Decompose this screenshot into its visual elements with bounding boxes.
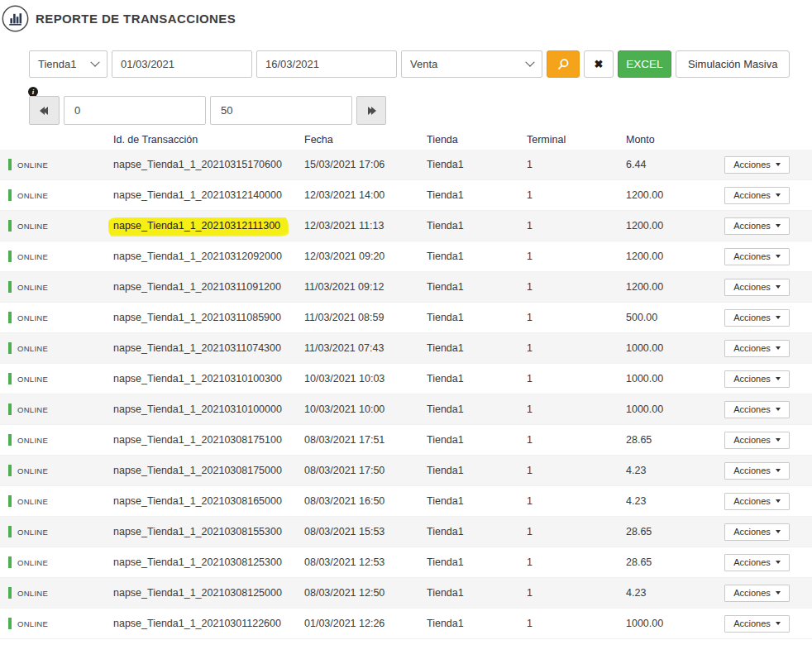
status-cell: ONLINE xyxy=(0,618,113,629)
status-bar-icon xyxy=(8,465,12,476)
status-cell: ONLINE xyxy=(0,159,113,170)
actions-button[interactable]: Acciones xyxy=(724,156,790,174)
excel-button[interactable]: EXCEL xyxy=(618,50,671,78)
limit-input[interactable] xyxy=(210,96,352,125)
status-cell: ONLINE xyxy=(0,220,113,232)
cell-tienda: Tienda1 xyxy=(427,220,527,232)
status-label: ONLINE xyxy=(17,160,48,170)
caret-down-icon xyxy=(776,346,781,350)
table-row: ONLINE napse_Tienda1_1_20210310100000 10… xyxy=(0,394,812,425)
actions-button[interactable]: Acciones xyxy=(724,615,790,633)
status-cell: ONLINE xyxy=(0,556,113,568)
status-bar-icon xyxy=(8,251,12,262)
actions-cell: Acciones xyxy=(724,585,812,602)
actions-cell: Acciones xyxy=(724,340,812,357)
status-cell: ONLINE xyxy=(0,587,113,599)
cell-tienda: Tienda1 xyxy=(427,404,527,415)
transaction-id-cell: napse_Tienda1_1_20210310100000 xyxy=(113,404,304,415)
prev-page-button[interactable] xyxy=(29,96,60,125)
actions-cell: Acciones xyxy=(724,309,812,327)
actions-button[interactable]: Acciones xyxy=(724,523,790,541)
cell-terminal: 1 xyxy=(527,220,626,232)
status-bar-icon xyxy=(8,189,12,201)
actions-button-label: Acciones xyxy=(733,466,771,475)
cell-fecha: 15/03/2021 17:06 xyxy=(304,159,427,170)
actions-cell: Acciones xyxy=(724,156,812,174)
mass-simulation-button[interactable]: Simulación Masiva xyxy=(676,50,790,78)
actions-button-label: Acciones xyxy=(733,343,771,353)
transaction-id: napse_Tienda1_1_20210308155300 xyxy=(113,526,282,537)
actions-button-label: Acciones xyxy=(733,190,771,200)
actions-button[interactable]: Acciones xyxy=(724,340,790,357)
info-row: i xyxy=(28,83,812,93)
actions-button-label: Acciones xyxy=(733,282,771,292)
clear-button[interactable]: ✖ xyxy=(584,50,614,78)
page-title: REPORTE DE TRANSACCIONES xyxy=(36,12,236,26)
status-cell: ONLINE xyxy=(0,465,113,476)
transaction-id-cell: napse_Tienda1_1_20210308165000 xyxy=(113,495,304,507)
actions-button[interactable]: Acciones xyxy=(724,493,790,510)
column-terminal: Terminal xyxy=(527,134,626,146)
cell-terminal: 1 xyxy=(527,434,626,446)
date-to-input[interactable] xyxy=(256,50,397,78)
transaction-id-cell: napse_Tienda1_1_20210308175100 xyxy=(113,434,304,446)
transaction-id: napse_Tienda1_1_20210315170600 xyxy=(113,159,282,170)
transaction-id: napse_Tienda1_1_20210308125300 xyxy=(113,556,282,568)
actions-cell: Acciones xyxy=(724,554,812,571)
transaction-id: napse_Tienda1_1_20210308175000 xyxy=(113,465,282,476)
cell-terminal: 1 xyxy=(527,251,626,262)
actions-cell: Acciones xyxy=(724,401,812,418)
cell-terminal: 1 xyxy=(527,189,626,201)
cell-monto: 1000.00 xyxy=(626,373,724,384)
status-label: ONLINE xyxy=(17,283,48,292)
status-bar-icon xyxy=(8,434,12,446)
cell-fecha: 12/03/2021 11:13 xyxy=(304,220,427,232)
actions-button[interactable]: Acciones xyxy=(724,370,790,388)
actions-button[interactable]: Acciones xyxy=(724,432,790,449)
date-from-input[interactable] xyxy=(112,50,252,78)
actions-button[interactable]: Acciones xyxy=(724,279,790,296)
cell-fecha: 08/03/2021 12:50 xyxy=(304,587,427,599)
cell-fecha: 12/03/2021 09:20 xyxy=(304,251,427,262)
actions-button[interactable]: Acciones xyxy=(724,217,790,235)
next-page-button[interactable] xyxy=(356,96,386,125)
table-row: ONLINE napse_Tienda1_1_20210311085900 11… xyxy=(0,303,812,333)
actions-button-label: Acciones xyxy=(733,160,771,170)
table-row: ONLINE napse_Tienda1_1_20210311074300 11… xyxy=(0,333,812,364)
actions-button[interactable]: Acciones xyxy=(724,401,790,418)
actions-button[interactable]: Acciones xyxy=(724,585,790,602)
cell-monto: 500.00 xyxy=(626,312,724,323)
search-button[interactable] xyxy=(547,50,580,78)
status-bar-icon xyxy=(8,556,12,568)
operation-select[interactable]: Venta xyxy=(401,50,542,78)
cell-fecha: 11/03/2021 08:59 xyxy=(304,312,427,323)
column-fecha: Fecha xyxy=(304,134,427,146)
column-tienda: Tienda xyxy=(427,134,527,146)
transaction-id-cell: napse_Tienda1_1_20210312140000 xyxy=(113,189,304,201)
cell-fecha: 10/03/2021 10:00 xyxy=(304,404,427,415)
status-label: ONLINE xyxy=(17,405,48,414)
cell-fecha: 12/03/2021 14:00 xyxy=(304,189,427,201)
actions-button[interactable]: Acciones xyxy=(724,554,790,571)
actions-button[interactable]: Acciones xyxy=(724,462,790,480)
cell-terminal: 1 xyxy=(527,618,626,629)
transaction-id: napse_Tienda1_1_20210308165000 xyxy=(113,495,282,507)
actions-cell: Acciones xyxy=(724,462,812,480)
status-cell: ONLINE xyxy=(0,281,113,293)
transaction-id: napse_Tienda1_1_20210311091200 xyxy=(113,281,281,293)
actions-cell: Acciones xyxy=(724,370,812,388)
status-cell: ONLINE xyxy=(0,189,113,201)
caret-down-icon xyxy=(776,591,781,595)
chevron-down-icon xyxy=(525,57,534,66)
actions-button-label: Acciones xyxy=(733,557,771,567)
transaction-id-cell: napse_Tienda1_1_20210308175000 xyxy=(113,465,304,476)
offset-input[interactable] xyxy=(64,96,206,125)
status-bar-icon xyxy=(8,526,12,537)
cell-monto: 1200.00 xyxy=(626,251,724,262)
actions-button-label: Acciones xyxy=(733,435,771,445)
actions-button[interactable]: Acciones xyxy=(724,248,790,265)
actions-button[interactable]: Acciones xyxy=(724,309,790,327)
actions-button[interactable]: Acciones xyxy=(724,187,790,204)
status-bar-icon xyxy=(8,312,12,323)
store-select[interactable]: Tienda1 xyxy=(29,50,107,78)
